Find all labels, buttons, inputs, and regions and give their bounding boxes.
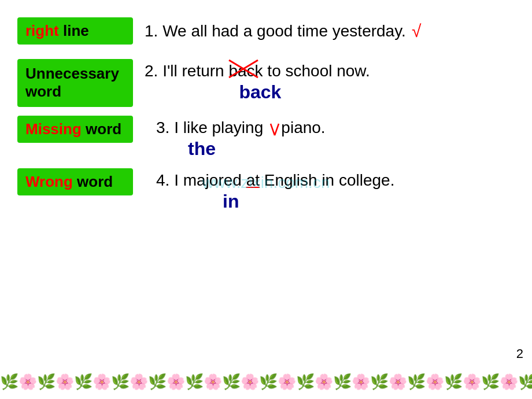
svg-line-1	[229, 60, 258, 77]
crossed-word-back: back	[228, 62, 263, 80]
caret-icon	[269, 121, 280, 138]
the-annotation: the	[188, 138, 326, 160]
insertion-point	[268, 119, 277, 137]
unnecessary-black: word	[25, 83, 61, 100]
underlined-word: at	[246, 171, 260, 189]
sentence-3: 3. I like playing piano.	[156, 119, 326, 136]
row-missing: Missing word 3. I like playing piano. th…	[17, 116, 515, 160]
sentence-3-container: 3. I like playing piano. the	[156, 119, 326, 160]
sentence-2-container: 2. I'll return back to school now. back	[145, 62, 370, 103]
missing-black: word	[82, 120, 121, 138]
sentence-4-container: 4. I majored at English in college. in	[156, 171, 394, 212]
cross-icon	[226, 57, 261, 80]
back-label: back	[239, 82, 281, 102]
back-annotation: back	[150, 82, 370, 103]
unnecessary-red: Unnecessary	[25, 65, 119, 82]
svg-line-2	[271, 124, 275, 135]
wrong-badge: Wrong word	[17, 168, 133, 195]
missing-red: Missing	[25, 120, 82, 138]
sentence-number: 1.	[145, 22, 158, 40]
svg-line-0	[229, 60, 258, 77]
sentence-1: 1. We all had a good time yesterday.	[145, 22, 406, 40]
wrong-black: word	[73, 173, 113, 190]
svg-line-3	[275, 124, 279, 135]
flower-border: 🌿🌸🌿🌸🌿🌸🌿🌸🌿🌸🌿🌸🌿🌸🌿🌸🌿🌸🌿🌸🌿🌸🌿🌸🌿🌸🌿🌸🌿🌸🌿🌸🌿🌸🌿🌸🌿🌸🌿🌸…	[0, 364, 532, 399]
flower-row: 🌿🌸🌿🌸🌿🌸🌿🌸🌿🌸🌿🌸🌿🌸🌿🌸🌿🌸🌿🌸🌿🌸🌿🌸🌿🌸🌿🌸🌿🌸🌿🌸🌿🌸🌿🌸🌿🌸🌿🌸…	[0, 373, 532, 391]
in-annotation: in	[223, 191, 394, 212]
page-number: 2	[516, 346, 523, 361]
in-label: in	[223, 191, 239, 212]
missing-badge: Missing word	[17, 116, 133, 143]
row-unnecessary: Unnecessary word 2. I'll return back to …	[17, 59, 515, 106]
row-wrong: Wrong word 4. I majored at English in co…	[17, 168, 515, 212]
right-line-badge: right line	[17, 17, 133, 45]
sentence-4: 4. I majored at English in college.	[156, 171, 394, 189]
badge-red-text: right	[25, 22, 59, 39]
wrong-red: Wrong	[25, 173, 73, 190]
the-label: the	[188, 138, 216, 159]
row-right-line: right line 1. We all had a good time yes…	[17, 17, 515, 45]
checkmark-icon: √	[412, 21, 421, 41]
badge-black-text: line	[59, 22, 89, 39]
flower-pattern: 🌿🌸🌿🌸🌿🌸🌿🌸🌿🌸🌿🌸🌿🌸🌿🌸🌿🌸🌿🌸🌿🌸🌿🌸🌿🌸🌿🌸🌿🌸🌿🌸🌿🌸🌿🌸🌿🌸🌿🌸…	[0, 373, 532, 391]
unnecessary-badge: Unnecessary word	[17, 59, 133, 106]
sentence-2: 2. I'll return back to school now.	[145, 62, 370, 80]
